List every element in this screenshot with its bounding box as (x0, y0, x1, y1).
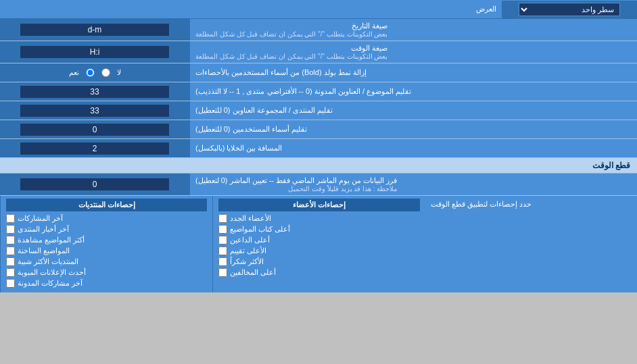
stats-members-cb-2[interactable] (218, 236, 227, 244)
main-container: سطر واحد سطران ثلاثة أسطر العرض صيغة الت… (0, 0, 637, 292)
realtime-section-header: قطع الوقت (0, 158, 637, 174)
stats-members-cb-1[interactable] (218, 225, 227, 234)
stats-members-header: إحصاءات الأعضاء (218, 199, 419, 211)
stats-forums-cb-5[interactable] (6, 268, 15, 277)
realtime-filter-input-container (0, 174, 189, 195)
stats-members-col: إحصاءات الأعضاء الأعضاء الجدد أعلى كتاب … (212, 196, 425, 292)
realtime-filter-input[interactable] (20, 178, 169, 190)
stats-forums-item-4: المنتديات الأكثر شبية (6, 257, 207, 266)
stats-forums-item-6: آخر مشاركات المدونة (6, 279, 207, 288)
stats-members-cb-5[interactable] (218, 268, 227, 277)
users-order-label: تقليم أسماء المستخدمين (0 للتعطيل) (189, 120, 637, 138)
stats-forums-cb-4[interactable] (6, 257, 15, 266)
date-format-row: صيغة التاريخ بعض التكوينات يتطلب "/" الت… (0, 19, 637, 41)
forum-order-input-container (0, 101, 189, 120)
stats-forums-header: إحصاءات المنتديات (6, 199, 207, 211)
users-order-input-container (0, 120, 189, 138)
stats-members-item-4: الأكثر شكراً (218, 257, 419, 266)
forum-order-label: تقليم المنتدى / المجموعة العناوين (0 للت… (189, 101, 637, 120)
stats-members-item-2: أعلى الداعين (218, 236, 419, 244)
bold-yes-label: نعم (69, 68, 79, 77)
stats-members-item-3: الأعلى تقييم (218, 246, 419, 255)
stats-forums-cb-0[interactable] (6, 214, 15, 223)
stats-forums-col: إحصاءات المنتديات آخر المشاركات آخر أخبا… (0, 196, 212, 292)
stats-apply-label: حدد إحصاءات لتطبيق قطع الوقت (431, 199, 532, 209)
stats-apply-label-col: حدد إحصاءات لتطبيق قطع الوقت (425, 196, 637, 292)
stats-forums-cb-6[interactable] (6, 279, 15, 288)
display-select-container: سطر واحد سطران ثلاثة أسطر (502, 1, 637, 18)
stats-members-cb-3[interactable] (218, 246, 227, 255)
users-order-row: تقليم أسماء المستخدمين (0 للتعطيل) (0, 120, 637, 139)
cell-spacing-label: المسافة بين الخلايا (بالبكسل) (189, 139, 637, 157)
bold-remove-label: إزالة نمط بولد (Bold) من أسماء المستخدمي… (189, 63, 637, 82)
bold-remove-radio-container: لا نعم (0, 63, 189, 82)
time-format-row: صيغة الوقت بعض التكوينات يتطلب "/" التي … (0, 41, 637, 63)
topics-order-input[interactable] (20, 86, 169, 98)
forum-order-input[interactable] (20, 105, 169, 117)
stats-section: حدد إحصاءات لتطبيق قطع الوقت إحصاءات الأ… (0, 196, 637, 292)
display-label: العرض (0, 2, 502, 16)
forum-order-row: تقليم المنتدى / المجموعة العناوين (0 للت… (0, 101, 637, 120)
cell-spacing-input[interactable] (20, 142, 169, 155)
topics-order-input-container (0, 82, 189, 101)
stats-forums-cb-2[interactable] (6, 236, 15, 244)
topics-order-label: تقليم الموضوع / العناوين المدونة (0 -- ا… (189, 82, 637, 101)
bold-no-radio[interactable] (101, 68, 110, 77)
cell-spacing-row: المسافة بين الخلايا (بالبكسل) (0, 139, 637, 158)
display-row: سطر واحد سطران ثلاثة أسطر العرض (0, 0, 637, 19)
stats-forums-item-1: آخر أخبار المنتدى (6, 225, 207, 234)
cell-spacing-input-container (0, 139, 189, 157)
stats-forums-item-5: أحدث الإعلانات المبوبة (6, 268, 207, 277)
realtime-filter-row: فرز البيانات من يوم الماشر الماضي فقط --… (0, 174, 637, 196)
date-format-label: صيغة التاريخ بعض التكوينات يتطلب "/" الت… (189, 19, 637, 41)
stats-members-cb-0[interactable] (218, 214, 227, 223)
display-select[interactable]: سطر واحد سطران ثلاثة أسطر (519, 3, 620, 16)
date-format-input[interactable] (20, 24, 169, 36)
bold-remove-row: إزالة نمط بولد (Bold) من أسماء المستخدمي… (0, 63, 637, 82)
topics-order-row: تقليم الموضوع / العناوين المدونة (0 -- ا… (0, 82, 637, 101)
time-format-label: صيغة الوقت بعض التكوينات يتطلب "/" التي … (189, 41, 637, 63)
stats-forums-cb-1[interactable] (6, 225, 15, 234)
date-format-input-container (0, 19, 189, 41)
bold-yes-radio[interactable] (86, 68, 95, 77)
stats-forums-item-2: أكثر المواضيع مشاهدة (6, 236, 207, 244)
users-order-input[interactable] (20, 124, 169, 136)
realtime-filter-label: فرز البيانات من يوم الماشر الماضي فقط --… (189, 174, 637, 195)
bold-no-label: لا (117, 68, 121, 77)
stats-forums-item-0: آخر المشاركات (6, 214, 207, 223)
stats-members-item-5: أعلى المخالفين (218, 268, 419, 277)
stats-members-item-0: الأعضاء الجدد (218, 214, 419, 223)
time-format-input[interactable] (20, 46, 169, 58)
stats-forums-cb-3[interactable] (6, 246, 15, 255)
stats-members-item-1: أعلى كتاب المواضيع (218, 225, 419, 234)
time-format-input-container (0, 41, 189, 63)
stats-members-cb-4[interactable] (218, 257, 227, 266)
stats-forums-item-3: المواضيع الساخنة (6, 246, 207, 255)
